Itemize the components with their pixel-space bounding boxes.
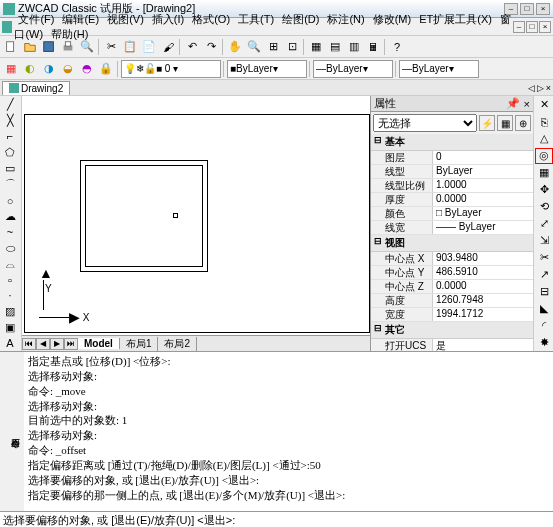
dc-button[interactable]: ▤ <box>326 38 344 56</box>
menu-编辑[interactable]: 编辑(E) <box>58 13 103 25</box>
prop-value[interactable]: —— ByLayer <box>433 221 533 234</box>
panel-close-icon[interactable]: × <box>524 98 530 110</box>
property-grid[interactable]: 基本图层0线型ByLayer线型比例1.0000厚度0.0000颜色□ ByLa… <box>371 134 533 351</box>
menu-绘图[interactable]: 绘图(D) <box>278 13 323 25</box>
prop-row[interactable]: 线型ByLayer <box>371 165 533 179</box>
stretch-tool[interactable]: ⇲ <box>535 233 553 249</box>
menu-文件[interactable]: 文件(F) <box>14 13 58 25</box>
menu-ET扩展工具[interactable]: ET扩展工具(X) <box>415 13 496 25</box>
prop-value[interactable]: 1.0000 <box>433 179 533 192</box>
extend-tool[interactable]: ↗ <box>535 266 553 282</box>
model-tab[interactable]: Model <box>78 338 120 349</box>
polyline-tool[interactable]: ⌐ <box>1 129 19 144</box>
prop-row[interactable]: 线型比例1.0000 <box>371 179 533 193</box>
prop-value[interactable]: 903.9480 <box>433 252 533 265</box>
zoom-ext-button[interactable]: ⊞ <box>264 38 282 56</box>
prop-row[interactable]: 线宽—— ByLayer <box>371 221 533 235</box>
chamfer-tool[interactable]: ◣ <box>535 300 553 316</box>
hatch-tool[interactable]: ▨ <box>1 304 19 319</box>
prop-category[interactable]: 基本 <box>371 134 533 151</box>
open-button[interactable] <box>21 38 39 56</box>
prop-value[interactable]: □ ByLayer <box>433 207 533 220</box>
quick-select-icon[interactable]: ⚡ <box>479 115 495 131</box>
inner-rectangle[interactable] <box>85 165 203 267</box>
scale-tool[interactable]: ⤢ <box>535 216 553 232</box>
zoom-win-button[interactable]: ⊡ <box>283 38 301 56</box>
doc-max-button[interactable]: □ <box>526 21 538 33</box>
menu-修改[interactable]: 修改(M) <box>369 13 416 25</box>
erase-tool[interactable]: ✕ <box>535 97 553 113</box>
tab-next2-button[interactable]: ▶ <box>50 338 64 350</box>
doc-close-button[interactable]: × <box>539 21 551 33</box>
menu-工具[interactable]: 工具(T) <box>234 13 278 25</box>
circle-tool[interactable]: ○ <box>1 194 19 209</box>
save-button[interactable] <box>40 38 58 56</box>
props-button[interactable]: ▦ <box>307 38 325 56</box>
panel-pin-icon[interactable]: 📌 <box>506 97 520 110</box>
block-tool[interactable]: ▫ <box>1 273 19 288</box>
revcloud-tool[interactable]: ☁ <box>1 209 19 224</box>
point-tool[interactable]: · <box>1 288 19 303</box>
drawing-area[interactable]: Y ▲ ▶ X ⏮ ◀ ▶ ⏭ Model 布局1 布局2 <box>22 96 370 351</box>
tab-last-button[interactable]: ⏭ <box>64 338 78 350</box>
layer-lock-button[interactable]: 🔒 <box>97 60 115 78</box>
layout1-tab[interactable]: 布局1 <box>120 337 159 351</box>
layer-off-button[interactable]: ◒ <box>59 60 77 78</box>
pick-handle[interactable] <box>173 213 178 218</box>
cut-button[interactable]: ✂ <box>102 38 120 56</box>
prop-row[interactable]: 中心点 Z0.0000 <box>371 280 533 294</box>
pan-button[interactable]: ✋ <box>226 38 244 56</box>
close-button[interactable]: × <box>536 3 550 15</box>
tab-next-button[interactable]: ▷ <box>537 83 544 93</box>
canvas[interactable]: Y ▲ ▶ X <box>24 114 370 333</box>
calc-button[interactable]: 🖩 <box>364 38 382 56</box>
rotate-tool[interactable]: ⟲ <box>535 199 553 215</box>
prop-row[interactable]: 中心点 Y486.5910 <box>371 266 533 280</box>
rectangle-tool[interactable]: ▭ <box>1 161 19 176</box>
tab-first-button[interactable]: ⏮ <box>22 338 36 350</box>
explode-tool[interactable]: ✸ <box>535 334 553 350</box>
text-tool[interactable]: A <box>1 336 19 351</box>
menu-格式[interactable]: 格式(O) <box>188 13 234 25</box>
line-tool[interactable]: ╱ <box>1 97 19 112</box>
palette-button[interactable]: ▥ <box>345 38 363 56</box>
trim-tool[interactable]: ✂ <box>535 249 553 265</box>
layout2-tab[interactable]: 布局2 <box>158 337 197 351</box>
prop-row[interactable]: 图层0 <box>371 151 533 165</box>
new-button[interactable] <box>2 38 20 56</box>
prop-value[interactable]: 1994.1712 <box>433 308 533 321</box>
layer-frz-button[interactable]: ◓ <box>78 60 96 78</box>
prop-row[interactable]: 颜色□ ByLayer <box>371 207 533 221</box>
layer-iso-button[interactable]: ◑ <box>40 60 58 78</box>
prop-value[interactable]: 0.0000 <box>433 193 533 206</box>
prop-row[interactable]: 打开UCS图标是 <box>371 339 533 351</box>
doc-tab[interactable]: Drawing2 <box>2 81 70 95</box>
fillet-tool[interactable]: ◜ <box>535 317 553 333</box>
mirror-tool[interactable]: △ <box>535 131 553 147</box>
undo-button[interactable]: ↶ <box>183 38 201 56</box>
print-button[interactable] <box>59 38 77 56</box>
tab-prev-button[interactable]: ◁ <box>528 83 535 93</box>
polygon-tool[interactable]: ⬠ <box>1 145 19 160</box>
copy-tool[interactable]: ⎘ <box>535 114 553 130</box>
paste-button[interactable]: 📄 <box>140 38 158 56</box>
doc-min-button[interactable]: – <box>513 21 525 33</box>
redo-button[interactable]: ↷ <box>202 38 220 56</box>
layer-mgr-button[interactable]: ▦ <box>2 60 20 78</box>
prop-row[interactable]: 厚度0.0000 <box>371 193 533 207</box>
prop-value[interactable]: ByLayer <box>433 165 533 178</box>
layer-combo[interactable]: 💡❄🔓■ 0 ▾ <box>121 60 221 78</box>
tab-prev2-button[interactable]: ◀ <box>36 338 50 350</box>
spline-tool[interactable]: ~ <box>1 225 19 240</box>
break-tool[interactable]: ⊟ <box>535 283 553 299</box>
lineweight-combo[interactable]: — ByLayer ▾ <box>399 60 479 78</box>
menu-插入[interactable]: 插入(I) <box>148 13 188 25</box>
prop-value[interactable]: 0.0000 <box>433 280 533 293</box>
prop-value[interactable]: 0 <box>433 151 533 164</box>
pickadd-icon[interactable]: ⊕ <box>515 115 531 131</box>
prop-value[interactable]: 是 <box>433 339 533 351</box>
preview-button[interactable]: 🔍 <box>78 38 96 56</box>
prop-value[interactable]: 486.5910 <box>433 266 533 279</box>
select-objects-icon[interactable]: ▦ <box>497 115 513 131</box>
ellipse-arc-tool[interactable]: ⌓ <box>1 257 19 272</box>
